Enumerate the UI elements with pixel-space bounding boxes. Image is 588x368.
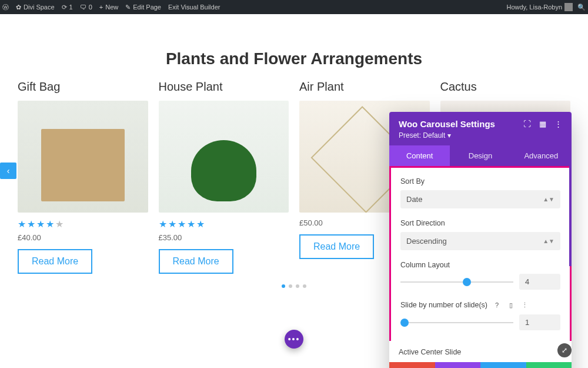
star-icon: ★ [178,218,186,230]
panel-header: Woo Carousel Settings ⛶ ▦ ⋮ Preset: Defa… [389,112,572,145]
star-icon: ★ [159,218,167,230]
options-icon[interactable]: ⋮ [520,300,530,310]
site-name[interactable]: ✿ Divi Space [16,4,55,11]
avatar [564,3,573,11]
panel-title: Woo Carousel Settings [399,119,523,129]
product-name: Gift Bag [18,80,148,94]
builder-fab[interactable]: ••• [285,330,303,349]
undo-button[interactable]: ↺ [435,362,481,368]
cancel-button[interactable]: ✕ [389,362,435,368]
confirm-button[interactable]: ✓ [526,362,572,368]
help-icon[interactable]: ? [492,300,502,310]
star-icon: ★ [27,218,35,230]
slider-thumb[interactable] [400,319,409,327]
carousel-dot[interactable] [296,284,299,288]
carousel-dot[interactable] [289,284,292,288]
star-icon: ★ [55,218,64,230]
column-label: Column Layout [400,261,560,269]
exit-builder-item[interactable]: Exit Visual Builder [168,4,220,11]
wp-logo-icon[interactable]: ⓦ [2,3,9,12]
star-icon: ★ [187,218,195,230]
panel-scrollbar[interactable] [569,161,572,266]
read-more-button[interactable]: Read More [18,249,92,274]
help-fab[interactable]: ⤢ [557,343,572,357]
product-rating: ★★★★★ [18,218,148,230]
product-rating: ★★★★★ [159,218,289,230]
panel-actions: ✕ ↺ ↻ ✓ [389,362,572,368]
wp-admin-bar: ⓦ ✿ Divi Space ⟳ 1 🗨 0 + New ✎ Edit Page… [0,0,588,14]
column-value[interactable]: 4 [519,274,560,290]
page-title: Plants and Flower Arrangements [18,49,570,68]
tab-design[interactable]: Design [450,145,510,166]
sortby-label: Sort By [400,177,560,185]
slide-value[interactable]: 1 [519,314,560,330]
tab-advanced[interactable]: Advanced [511,145,572,166]
comments-item[interactable]: 🗨 0 [80,4,92,11]
expand-icon[interactable]: ▦ [539,120,546,128]
edit-page-item[interactable]: ✎ Edit Page [125,4,161,11]
product-name: House Plant [159,80,289,94]
new-item[interactable]: + New [99,4,118,11]
new-label: New [105,4,118,11]
slide-label: Slide by number of slide(s) [400,301,487,309]
redo-button[interactable]: ↻ [480,362,526,368]
product-image[interactable] [440,101,571,112]
column-slider[interactable] [400,281,513,283]
star-icon: ★ [168,218,176,230]
sortby-select[interactable]: Date ▲▼ [400,190,560,208]
panel-tabs: Content Design Advanced [389,145,572,166]
sortdir-value: Descending [406,237,447,246]
search-icon[interactable]: 🔍 [577,4,586,11]
comments-count: 0 [89,4,92,11]
menu-icon[interactable]: ⋮ [554,120,562,128]
star-icon: ★ [18,218,26,230]
focus-icon[interactable]: ⛶ [523,120,531,128]
carousel-dot[interactable] [303,284,306,288]
sortdir-select[interactable]: Descending ▲▼ [400,232,560,250]
carousel-prev-button[interactable]: ‹ [0,163,16,179]
panel-body: Sort By Date ▲▼ Sort Direction Descendin… [389,166,572,341]
site-name-label: Divi Space [24,4,55,11]
greeting-label: Howdy, Lisa-Robyn [506,4,562,11]
sortby-value: Date [406,195,422,204]
product-image[interactable] [159,101,289,213]
product-price: £35.00 [159,233,289,242]
star-icon: ★ [46,218,54,230]
active-center-label: Active Center Slide [389,341,572,362]
star-icon: ★ [196,218,205,230]
product-name: Cactus [440,80,571,94]
product-card: House Plant ★★★★★ £35.00 Read More [159,80,289,274]
preset-selector[interactable]: Preset: Default ▾ [399,129,562,145]
carousel-dot[interactable] [282,284,285,288]
product-image[interactable] [18,101,148,213]
read-more-button[interactable]: Read More [159,249,233,274]
refresh-item[interactable]: ⟳ 1 [62,4,73,11]
edit-page-label: Edit Page [133,4,161,11]
read-more-button[interactable]: Read More [299,234,374,259]
slider-thumb[interactable] [463,278,471,286]
device-icon[interactable]: ▯ [506,300,516,310]
greeting[interactable]: Howdy, Lisa-Robyn [506,3,573,11]
product-name: Air Plant [299,80,430,94]
chevron-down-icon: ▲▼ [543,238,554,244]
slide-slider[interactable] [400,322,513,323]
refresh-count: 1 [69,4,73,11]
product-card: Gift Bag ★★★★★ £40.00 Read More [18,80,148,274]
star-icon: ★ [36,218,45,230]
tab-content[interactable]: Content [389,145,450,166]
chevron-down-icon: ▲▼ [543,196,554,203]
settings-panel: Woo Carousel Settings ⛶ ▦ ⋮ Preset: Defa… [389,112,572,368]
product-price: £40.00 [18,233,148,242]
sortdir-label: Sort Direction [400,219,560,227]
exit-builder-label: Exit Visual Builder [168,4,220,11]
